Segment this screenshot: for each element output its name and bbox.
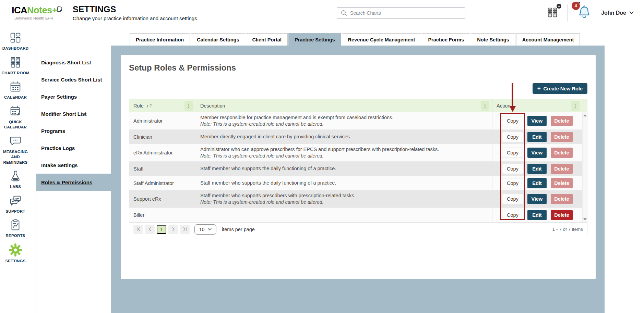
description-column-menu-icon[interactable]: ⋮ [481, 101, 489, 111]
sidebar-item-calendar[interactable]: CALENDAR [1, 80, 30, 100]
sidebar-item-labs[interactable]: LABS [1, 170, 30, 190]
tab[interactable]: Practice Settings [288, 33, 341, 46]
sidebar-item-dashboard[interactable]: DASHBOARD [1, 31, 30, 51]
action-cell: Copy Edit Delete [492, 162, 582, 176]
reports-icon [9, 218, 22, 231]
primary-action-button[interactable]: View [527, 194, 547, 204]
primary-action-button[interactable]: Edit [527, 210, 547, 220]
sidebar-item-chart-room[interactable]: CHART ROOM [1, 56, 30, 76]
table-scrollbar[interactable] [582, 112, 587, 222]
create-new-role-button[interactable]: + Create New Role [533, 83, 587, 94]
previous-page-button[interactable] [145, 225, 155, 234]
copy-button[interactable]: Copy [502, 164, 523, 174]
new-chart-button[interactable]: + [546, 6, 559, 20]
tab[interactable]: Practice Information [130, 33, 190, 46]
submenu-item-label: Payer Settings [41, 94, 77, 100]
table-row: Administrator Member responsible for pra… [129, 112, 587, 130]
search-icon [341, 10, 347, 16]
primary-action-button[interactable]: Edit [527, 164, 547, 174]
action-cell: Copy View Delete [492, 190, 582, 208]
delete-button[interactable]: Delete [551, 194, 573, 204]
role-cell: Staff [129, 162, 196, 176]
delete-button[interactable]: Delete [551, 132, 573, 142]
description-cell: Administrator who can approve prescriber… [196, 144, 492, 161]
logo-text-ica: ICA [12, 6, 27, 15]
submenu-item[interactable]: Diagnosis Short List [36, 54, 111, 71]
page-size-select[interactable]: 10 [194, 224, 216, 235]
submenu-item[interactable]: Modifier Short List [36, 105, 111, 122]
copy-button[interactable]: Copy [502, 148, 523, 158]
copy-button[interactable]: Copy [502, 194, 523, 204]
tab[interactable]: Client Portal [246, 33, 287, 46]
calendar-icon [9, 80, 22, 93]
delete-button[interactable]: Delete [551, 210, 573, 220]
submenu-item[interactable]: Payer Settings [36, 88, 111, 105]
tab[interactable]: Practice Forms [422, 33, 470, 46]
content-area: Setup Roles & Permissions + Create New R… [111, 46, 605, 313]
table-row: Clinician Member directly engaged in cli… [129, 130, 587, 144]
submenu-item[interactable]: Intake Settings [36, 156, 111, 174]
submenu-item[interactable]: Service Codes Short List [36, 71, 111, 88]
submenu-item-label: Service Codes Short List [41, 77, 102, 83]
submenu-item-label: Intake Settings [41, 162, 78, 168]
table-row: Biller Copy Edi [129, 208, 587, 222]
left-gutter [31, 46, 36, 313]
sidebar-item-support[interactable]: SUPPORT [1, 194, 30, 214]
user-name: John Doe [601, 10, 626, 16]
sidebar-item-messaging[interactable]: MESSAGING AND REMINDERS [1, 135, 30, 165]
user-menu[interactable]: John Doe [601, 10, 634, 16]
role-column-menu-icon[interactable]: ⋮ [184, 101, 193, 111]
delete-button[interactable]: Delete [551, 164, 573, 174]
last-page-button[interactable] [180, 225, 190, 234]
copy-button[interactable]: Copy [502, 178, 523, 188]
scroll-up-icon[interactable] [583, 114, 587, 116]
action-column-menu-icon[interactable]: ⋮ [571, 101, 580, 111]
description-text: Staff member who supports prescribers wi… [200, 192, 356, 199]
tab[interactable]: Note Settings [471, 33, 515, 46]
icanotes-logo[interactable]: ICANotes + Behavioral Health EHR [12, 6, 63, 20]
sidebar-item-quick-calendar[interactable]: QUICK CALENDAR [1, 105, 30, 130]
items-range-label: 1 - 7 of 7 items [552, 227, 583, 232]
description-text: Member directly engaged in client care b… [200, 134, 351, 140]
scroll-down-icon[interactable] [583, 218, 587, 221]
page-title: SETTINGS [73, 4, 199, 14]
column-header-description: Description [200, 103, 225, 109]
tab[interactable]: Revenue Cycle Management [342, 33, 421, 46]
primary-action-button[interactable]: Edit [527, 132, 547, 142]
description-text: Staff member who supports the daily func… [200, 165, 336, 172]
labs-flask-icon [9, 170, 22, 183]
primary-action-button[interactable]: View [527, 116, 547, 126]
copy-button[interactable]: Copy [502, 210, 523, 220]
tab[interactable]: Account Management [516, 33, 580, 46]
first-page-button[interactable] [133, 225, 143, 234]
action-cell: Copy Edit Delete [492, 176, 582, 190]
notifications-button[interactable]: 4 [576, 4, 592, 22]
action-cell: Copy Edit Delete [492, 130, 582, 144]
sidebar-item-settings[interactable]: SETTINGS [1, 243, 30, 264]
tab[interactable]: Calendar Settings [191, 33, 245, 46]
copy-button[interactable]: Copy [502, 132, 523, 142]
search-charts-box [337, 7, 465, 19]
delete-button[interactable]: Delete [551, 178, 573, 188]
submenu-item[interactable]: Practice Logs [36, 139, 111, 156]
delete-button[interactable]: Delete [551, 116, 573, 126]
role-cell: Staff Administrator [129, 176, 196, 190]
sort-ascending-icon: ↑ [146, 103, 149, 109]
submenu-item[interactable]: Roles & Permissions [36, 174, 111, 191]
copy-button[interactable]: Copy [502, 116, 523, 126]
search-input[interactable] [350, 10, 461, 16]
table-row: Support eRx Staff member who supports pr… [129, 190, 587, 208]
primary-action-button[interactable]: Edit [527, 178, 547, 188]
submenu-item[interactable]: Programs [36, 122, 111, 139]
primary-action-button[interactable]: View [527, 148, 547, 158]
page-number-button[interactable]: 1 [157, 225, 166, 234]
quick-calendar-icon [9, 105, 22, 118]
roles-permissions-card: Setup Roles & Permissions + Create New R… [121, 55, 596, 279]
sidebar-item-reports[interactable]: REPORTS [1, 218, 30, 239]
delete-button[interactable]: Delete [551, 148, 573, 158]
next-page-button[interactable] [168, 225, 178, 234]
chevron-down-icon [208, 228, 212, 230]
topbar-divider [567, 4, 568, 22]
items-per-page-label: items per page [222, 227, 255, 232]
tabs: Practice Information Calendar Settings C… [130, 33, 580, 46]
